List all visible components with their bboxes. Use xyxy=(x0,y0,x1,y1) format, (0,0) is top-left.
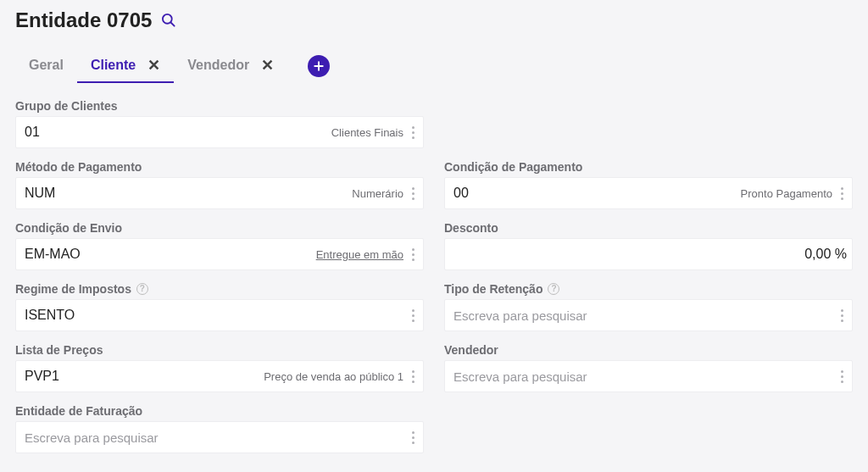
input-entidade-faturacao[interactable]: Escreva para pesquisar xyxy=(15,421,424,453)
placeholder-entidade-faturacao: Escreva para pesquisar xyxy=(25,430,409,445)
field-vendedor: Vendedor Escreva para pesquisar xyxy=(444,343,853,392)
label-tipo-retencao-text: Tipo de Retenção xyxy=(444,282,542,296)
label-metodo-pagamento: Método de Pagamento xyxy=(15,160,424,174)
more-icon[interactable] xyxy=(409,431,418,444)
tab-cliente-label: Cliente xyxy=(91,58,136,73)
title-row: Entidade 0705 xyxy=(15,8,853,32)
placeholder-tipo-retencao: Escreva para pesquisar xyxy=(453,308,837,323)
tab-vendedor-label: Vendedor xyxy=(187,58,249,73)
label-lista-precos: Lista de Preços xyxy=(15,343,424,357)
close-icon[interactable]: ✕ xyxy=(261,58,274,73)
label-grupo-clientes: Grupo de Clientes xyxy=(15,99,424,113)
hint-lista-precos: Preço de venda ao público 1 xyxy=(264,370,403,383)
input-metodo-pagamento[interactable]: NUM Numerário xyxy=(15,177,424,209)
field-condicao-envio: Condição de Envio EM-MAO Entregue em mão xyxy=(15,221,424,270)
svg-line-1 xyxy=(171,23,175,26)
more-icon[interactable] xyxy=(837,309,847,322)
field-regime-impostos: Regime de Impostos ? ISENTO xyxy=(15,282,424,331)
more-icon[interactable] xyxy=(837,187,847,200)
tab-geral[interactable]: Geral xyxy=(15,49,77,83)
field-metodo-pagamento: Método de Pagamento NUM Numerário xyxy=(15,160,424,209)
more-icon[interactable] xyxy=(409,126,418,139)
close-icon[interactable]: ✕ xyxy=(147,58,160,73)
label-entidade-faturacao: Entidade de Faturação xyxy=(15,404,424,418)
value-condicao-pagamento: 00 xyxy=(453,186,741,201)
more-icon[interactable] xyxy=(409,187,418,200)
more-icon[interactable] xyxy=(837,370,847,383)
label-desconto: Desconto xyxy=(444,221,853,235)
more-icon[interactable] xyxy=(409,248,418,261)
label-regime-impostos: Regime de Impostos ? xyxy=(15,282,424,296)
search-icon[interactable] xyxy=(160,12,177,29)
more-icon[interactable] xyxy=(409,309,418,322)
hint-condicao-pagamento: Pronto Pagamento xyxy=(741,187,832,200)
label-tipo-retencao: Tipo de Retenção ? xyxy=(444,282,853,296)
field-desconto: Desconto 0,00 % xyxy=(444,221,853,270)
hint-condicao-envio: Entregue em mão xyxy=(316,248,403,261)
input-lista-precos[interactable]: PVP1 Preço de venda ao público 1 xyxy=(15,360,424,392)
left-column: Grupo de Clientes 01 Clientes Finais Mét… xyxy=(15,99,424,465)
field-entidade-faturacao: Entidade de Faturação Escreva para pesqu… xyxy=(15,404,424,453)
hint-metodo-pagamento: Numerário xyxy=(352,187,403,200)
input-vendedor[interactable]: Escreva para pesquisar xyxy=(444,360,853,392)
input-grupo-clientes[interactable]: 01 Clientes Finais xyxy=(15,116,424,148)
input-condicao-pagamento[interactable]: 00 Pronto Pagamento xyxy=(444,177,853,209)
help-icon[interactable]: ? xyxy=(548,283,559,295)
input-condicao-envio[interactable]: EM-MAO Entregue em mão xyxy=(15,238,424,270)
add-tab-button[interactable] xyxy=(308,55,330,77)
help-icon[interactable]: ? xyxy=(136,283,148,295)
spacer xyxy=(444,99,853,160)
label-vendedor: Vendedor xyxy=(444,343,853,357)
value-desconto: 0,00 % xyxy=(453,247,847,262)
input-desconto[interactable]: 0,00 % xyxy=(444,238,853,270)
more-icon[interactable] xyxy=(409,370,418,383)
value-regime-impostos: ISENTO xyxy=(25,308,409,323)
tab-cliente[interactable]: Cliente ✕ xyxy=(77,49,174,83)
field-lista-precos: Lista de Preços PVP1 Preço de venda ao p… xyxy=(15,343,424,392)
field-grupo-clientes: Grupo de Clientes 01 Clientes Finais xyxy=(15,99,424,148)
tab-geral-label: Geral xyxy=(29,58,64,73)
label-condicao-envio: Condição de Envio xyxy=(15,221,424,235)
value-lista-precos: PVP1 xyxy=(25,369,264,384)
input-tipo-retencao[interactable]: Escreva para pesquisar xyxy=(444,299,853,331)
tabs: Geral Cliente ✕ Vendedor ✕ xyxy=(15,49,853,84)
page-root: Entidade 0705 Geral Cliente ✕ Vendedor ✕ xyxy=(0,0,868,465)
value-condicao-envio: EM-MAO xyxy=(25,247,316,262)
value-grupo-clientes: 01 xyxy=(25,125,331,140)
input-regime-impostos[interactable]: ISENTO xyxy=(15,299,424,331)
label-condicao-pagamento: Condição de Pagamento xyxy=(444,160,853,174)
hint-grupo-clientes: Clientes Finais xyxy=(331,126,403,139)
field-condicao-pagamento: Condição de Pagamento 00 Pronto Pagament… xyxy=(444,160,853,209)
tab-vendedor[interactable]: Vendedor ✕ xyxy=(174,49,287,83)
right-column: Condição de Pagamento 00 Pronto Pagament… xyxy=(444,99,853,465)
page-title: Entidade 0705 xyxy=(15,8,152,32)
value-metodo-pagamento: NUM xyxy=(25,186,352,201)
field-tipo-retencao: Tipo de Retenção ? Escreva para pesquisa… xyxy=(444,282,853,331)
placeholder-vendedor: Escreva para pesquisar xyxy=(453,369,837,384)
form-grid: Grupo de Clientes 01 Clientes Finais Mét… xyxy=(15,99,853,465)
label-regime-impostos-text: Regime de Impostos xyxy=(15,282,131,296)
